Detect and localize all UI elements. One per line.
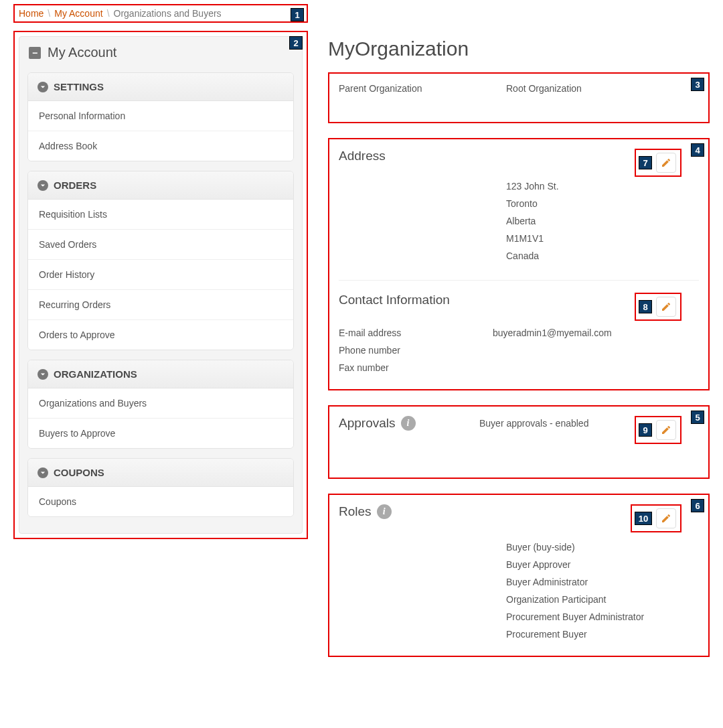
section-title: COUPONS [54,467,104,478]
divider [339,280,699,281]
chevron-down-icon [37,180,48,191]
chevron-down-icon [37,467,48,478]
callout-5: 5 [691,411,704,424]
edit-address-button[interactable] [656,153,676,173]
callout-2: 2 [289,36,303,50]
callout-6: 6 [691,499,704,512]
role-item: Buyer Approver [506,559,699,570]
approvals-title: Approvals [339,416,396,431]
section-coupons: COUPONS Coupons [27,458,294,517]
sidebar-item-saved-orders[interactable]: Saved Orders [28,230,293,260]
sidebar-item-order-history[interactable]: Order History [28,260,293,290]
breadcrumb-account[interactable]: My Account [54,8,102,19]
collapse-icon: − [29,47,41,59]
sidebar-item-orders-to-approve[interactable]: Orders to Approve [28,320,293,350]
pencil-icon [661,301,671,312]
breadcrumb-sep: \ [107,8,110,19]
contact-field: E-mail address buyeradmin1@myemail.com [339,327,699,338]
callout-1: 1 [291,8,304,21]
address-line: Alberta [506,216,699,226]
callout-3: 3 [691,78,704,91]
section-header-settings[interactable]: SETTINGS [28,73,293,101]
contact-fax-value [493,362,699,373]
contact-email-value: buyeradmin1@myemail.com [493,327,699,338]
callout-7: 7 [639,156,652,169]
main-content: MyOrganization 3 Parent Organization Roo… [328,31,710,672]
sidebar-item-buyers-to-approve[interactable]: Buyers to Approve [28,419,293,448]
contact-phone-value [493,345,699,356]
section-orders: ORDERS Requisition Lists Saved Orders Or… [27,171,294,350]
address-line: 123 John St. [506,181,699,192]
sidebar-title: My Account [48,45,116,60]
info-icon[interactable]: i [377,504,392,519]
address-line: M1M1V1 [506,233,699,244]
section-title: ORGANIZATIONS [54,368,137,380]
sidebar-header[interactable]: − My Account [19,37,302,66]
pencil-icon [661,425,671,435]
contact-fax-label: Fax number [339,362,493,373]
contact-field: Phone number [339,345,699,356]
section-header-organizations[interactable]: ORGANIZATIONS [28,360,293,388]
breadcrumb-home[interactable]: Home [19,8,44,19]
address-title: Address [339,149,386,163]
callout-10: 10 [635,512,652,525]
approvals-value: Buyer approvals - enabled [479,418,588,429]
role-item: Organization Participant [506,594,699,605]
address-line: Canada [506,250,699,261]
sidebar-item-coupons[interactable]: Coupons [28,487,293,516]
edit-approvals-wrap: 9 [635,416,681,444]
parent-org-label: Parent Organization [339,83,493,94]
chevron-down-icon [37,82,48,92]
sidebar-item-orgs-and-buyers[interactable]: Organizations and Buyers [28,388,293,419]
section-header-orders[interactable]: ORDERS [28,171,293,200]
role-item: Procurement Buyer [506,629,699,640]
edit-contact-wrap: 8 [635,293,681,321]
roles-title: Roles [339,504,372,519]
panel-approvals: 5 Approvals i Buyer approvals - enabled … [328,405,710,479]
sidebar-item-personal-info[interactable]: Personal Information [28,101,293,131]
breadcrumb-sep: \ [48,8,50,19]
edit-roles-button[interactable] [656,508,676,528]
edit-roles-wrap: 10 [631,504,681,532]
chevron-down-icon [37,369,48,380]
pencil-icon [661,157,671,168]
section-settings: SETTINGS Personal Information Address Bo… [27,72,294,161]
parent-org-value: Root Organization [506,83,699,94]
sidebar-item-requisition-lists[interactable]: Requisition Lists [28,200,293,230]
page-title: MyOrganization [328,38,710,60]
pencil-icon [661,513,671,524]
edit-contact-button[interactable] [656,297,676,317]
section-header-coupons[interactable]: COUPONS [28,459,293,487]
role-item: Procurement Buyer Administrator [506,611,699,622]
roles-list: Buyer (buy-side) Buyer Approver Buyer Ad… [506,542,699,646]
breadcrumb-current: Organizations and Buyers [114,8,222,19]
contact-field: Fax number [339,362,699,373]
sidebar-container: 2 − My Account SETTINGS Personal Informa… [13,31,308,539]
sidebar-item-address-book[interactable]: Address Book [28,131,293,161]
sidebar-item-recurring-orders[interactable]: Recurring Orders [28,290,293,320]
contact-phone-label: Phone number [339,345,493,356]
address-line: Toronto [506,198,699,209]
edit-approvals-button[interactable] [656,420,676,440]
panel-address-contact: 4 Address 7 123 John St. Toronto Alberta… [328,138,710,390]
sidebar: − My Account SETTINGS Personal Informati… [19,36,303,534]
role-item: Buyer Administrator [506,577,699,587]
section-organizations: ORGANIZATIONS Organizations and Buyers B… [27,360,294,449]
address-values: 123 John St. Toronto Alberta M1M1V1 Cana… [506,181,699,268]
callout-4: 4 [691,143,704,157]
edit-address-wrap: 7 [635,149,681,177]
info-icon[interactable]: i [401,416,416,431]
panel-roles: 6 Roles i 10 Buyer (buy-side) Buyer Appr [328,494,710,657]
callout-8: 8 [639,300,652,313]
contact-title: Contact Information [339,293,450,307]
section-title: SETTINGS [54,81,104,92]
breadcrumb: Home \ My Account \ Organizations and Bu… [13,4,308,23]
panel-parent-org: 3 Parent Organization Root Organization [328,72,710,123]
contact-email-label: E-mail address [339,327,493,338]
section-title: ORDERS [54,179,96,191]
role-item: Buyer (buy-side) [506,542,699,553]
callout-9: 9 [639,423,652,437]
